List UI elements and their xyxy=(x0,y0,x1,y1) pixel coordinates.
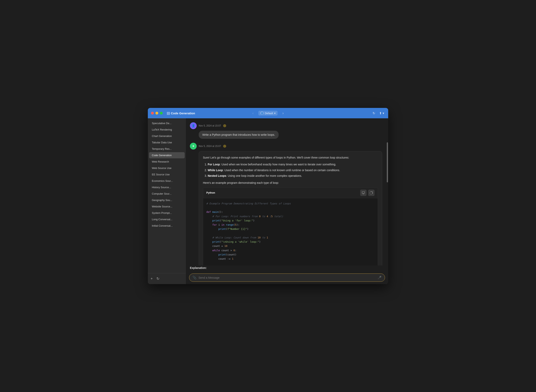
code-language-label: Python xyxy=(206,191,215,195)
sidebar-bottom: + ↻ xyxy=(148,273,186,284)
share-button[interactable]: ⬆ ▾ xyxy=(378,111,385,116)
window-title: Code Generation xyxy=(171,112,195,115)
refresh-button[interactable]: ↻ xyxy=(372,111,376,116)
sidebar-item-system-prompt[interactable]: System Prompt... xyxy=(149,210,185,216)
sidebar-item-long-convo[interactable]: Long Conversat... xyxy=(149,216,185,222)
ai-message-group: ✦ Nov 5, 2024 at 15:07 🙂 Sure! Let's go … xyxy=(190,143,382,266)
app-window: ▤ ‹ 👤 Default ▾ › Code Generation ↻ ⬆ ▾ … xyxy=(148,108,388,284)
minimize-button[interactable] xyxy=(155,112,158,115)
main-layout: Speculative De... LaTeX Rendering Chart … xyxy=(148,118,388,284)
sidebar-refresh-button[interactable]: ↻ xyxy=(156,276,160,282)
close-button[interactable] xyxy=(151,112,154,115)
sidebar-item-history[interactable]: History Source... xyxy=(149,184,185,190)
user-bubble: Write a Python program that introduces h… xyxy=(199,131,279,139)
sidebar-list: Speculative De... LaTeX Rendering Chart … xyxy=(148,118,186,273)
traffic-lights xyxy=(151,112,163,115)
sidebar-item-economics[interactable]: Economics Sour... xyxy=(149,178,185,184)
input-bar: 📎 🎤 xyxy=(186,271,388,284)
svg-rect-0 xyxy=(362,191,365,193)
titlebar-actions: ↻ ⬆ ▾ xyxy=(372,111,385,116)
user-message-header: 👤 Nov 5, 2024 at 15:07 🙂 xyxy=(190,122,382,129)
scrollbar-track[interactable] xyxy=(387,118,388,284)
sidebar: Speculative De... LaTeX Rendering Chart … xyxy=(148,118,186,284)
list-item-while-loop: While Loop: Used when the number of iter… xyxy=(208,168,378,172)
explanation-label: Explanation: xyxy=(186,266,388,271)
sidebar-item-speculative[interactable]: Speculative De... xyxy=(149,120,185,126)
titlebar: ▤ ‹ 👤 Default ▾ › Code Generation ↻ ⬆ ▾ xyxy=(148,108,388,118)
code-body: # Example Program Demonstrating Differen… xyxy=(203,198,378,266)
user-message: Write a Python program that introduces h… xyxy=(199,131,382,139)
nav-buttons: ‹ xyxy=(251,110,255,116)
user-message-group: 👤 Nov 5, 2024 at 15:07 🙂 Write a Python … xyxy=(190,122,382,139)
ai-message-emoji-button[interactable]: 🙂 xyxy=(223,145,226,148)
svg-rect-2 xyxy=(370,192,372,194)
sidebar-item-geography[interactable]: Geography Sou... xyxy=(149,197,185,203)
chat-area: 👤 Nov 5, 2024 at 15:07 🙂 Write a Python … xyxy=(186,118,388,266)
ai-intro-text: Sure! Let's go through some examples of … xyxy=(203,155,378,160)
sidebar-item-ee-source[interactable]: EE Source Use xyxy=(149,171,185,177)
new-chat-button[interactable]: + xyxy=(150,276,154,282)
list-item-for-loop: For Loop: Used when we know beforehand e… xyxy=(208,162,378,167)
message-input[interactable] xyxy=(198,276,376,279)
ai-message-time: Nov 5, 2024 at 15:07 xyxy=(199,145,221,148)
ai-avatar: ✦ xyxy=(190,143,197,149)
code-block: Python xyxy=(203,187,378,266)
attach-icon[interactable]: 📎 xyxy=(193,276,197,280)
user-message-emoji-button[interactable]: 🙂 xyxy=(223,124,226,127)
code-copy-button[interactable] xyxy=(368,190,375,196)
scrollbar-thumb[interactable] xyxy=(387,142,388,182)
sidebar-item-temporary[interactable]: Temporary Res... xyxy=(149,146,185,152)
ai-content-block: Sure! Let's go through some examples of … xyxy=(199,151,382,266)
ai-loop-list: For Loop: Used when we know beforehand e… xyxy=(203,162,378,178)
sidebar-toggle-button[interactable]: ▤ xyxy=(166,110,171,116)
sidebar-item-latex[interactable]: LaTeX Rendering xyxy=(149,126,185,133)
user-message-time: Nov 5, 2024 at 15:07 xyxy=(199,124,221,127)
code-actions xyxy=(360,190,375,196)
ai-message: Sure! Let's go through some examples of … xyxy=(199,151,382,266)
sidebar-item-initial-convo[interactable]: Initial Conversat... xyxy=(149,223,185,229)
code-header: Python xyxy=(203,188,378,198)
ai-message-header: ✦ Nov 5, 2024 at 15:07 🙂 xyxy=(190,143,382,149)
sidebar-item-code-generation[interactable]: Code Generation xyxy=(149,152,185,158)
content-area: 👤 Nov 5, 2024 at 15:07 🙂 Write a Python … xyxy=(186,118,388,284)
sidebar-item-web-research[interactable]: Web Research xyxy=(149,159,185,165)
forward-button[interactable]: › xyxy=(281,110,285,116)
sidebar-item-tabular[interactable]: Tabular Data Use xyxy=(149,139,185,145)
ai-example-text: Here's an example program demonstrating … xyxy=(203,181,378,185)
model-dropdown-icon: ▾ xyxy=(274,112,276,115)
user-avatar: 👤 xyxy=(190,122,197,129)
titlebar-center: ‹ 👤 Default ▾ › xyxy=(251,110,285,116)
model-avatar-icon: 👤 xyxy=(260,112,263,115)
sidebar-item-website[interactable]: Website Source... xyxy=(149,203,185,210)
nav-forward: › xyxy=(281,110,285,116)
code-content: # Example Program Demonstrating Differen… xyxy=(206,201,375,266)
back-button[interactable]: ‹ xyxy=(251,110,255,116)
model-label: Default xyxy=(265,112,273,115)
fullscreen-button[interactable] xyxy=(160,112,163,115)
sidebar-item-computer[interactable]: Computer Sour... xyxy=(149,191,185,197)
list-item-nested-loop: Nested Loops: Using one loop inside anot… xyxy=(208,174,378,178)
mic-icon[interactable]: 🎤 xyxy=(378,276,381,280)
sidebar-item-chart[interactable]: Chart Generation xyxy=(149,133,185,139)
model-selector[interactable]: 👤 Default ▾ xyxy=(258,111,278,116)
code-run-button[interactable] xyxy=(360,190,367,196)
sidebar-item-web-source[interactable]: Web Source Use xyxy=(149,165,185,171)
input-container: 📎 🎤 xyxy=(189,274,385,282)
